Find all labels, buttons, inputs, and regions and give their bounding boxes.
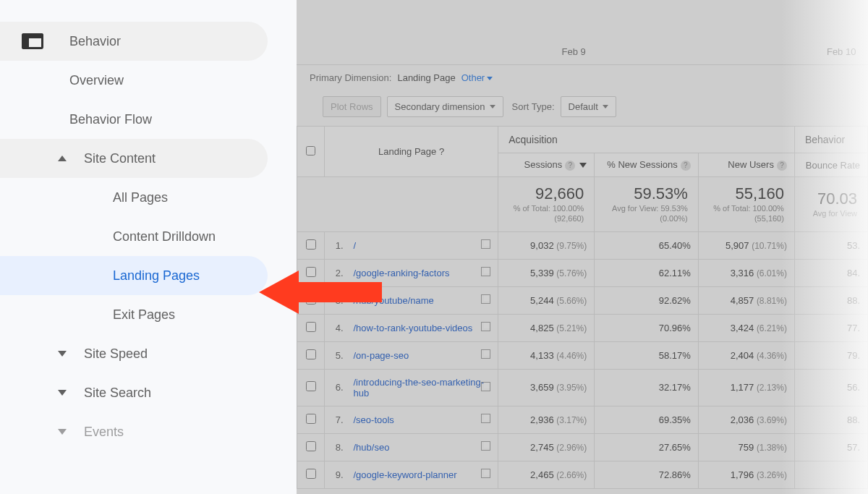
- sidebar-item-landing-pages[interactable]: Landing Pages: [0, 256, 268, 295]
- sidebar-item-label: Site Search: [84, 386, 151, 401]
- row-new-users: 1,796 (3.26%): [698, 461, 794, 488]
- sort-arrow-down-icon: [579, 163, 587, 168]
- sidebar-item-events[interactable]: Events: [0, 412, 268, 451]
- row-path[interactable]: /: [346, 231, 498, 259]
- caret-up-icon: [58, 156, 67, 161]
- external-link-icon[interactable]: [481, 239, 490, 251]
- summary-bounce-rate: 70.03 Avg for View: [794, 177, 867, 232]
- row-new-users: 759 (1.38%): [698, 433, 794, 461]
- row-bounce: 53.: [794, 231, 867, 259]
- row-path[interactable]: /seo-tools: [346, 406, 498, 433]
- row-index: 4.: [325, 314, 346, 341]
- col-new-users[interactable]: New Users?: [698, 153, 794, 177]
- sidebar-item-label: Site Content: [84, 151, 156, 166]
- primary-dimension-value[interactable]: Landing Page: [397, 72, 455, 83]
- row-new-users: 3,424 (6.21%): [698, 314, 794, 341]
- row-new-users: 4,857 (8.81%): [698, 286, 794, 314]
- row-path[interactable]: /hub/seo: [346, 433, 498, 461]
- row-checkbox[interactable]: [306, 349, 316, 359]
- sidebar-item-site-speed[interactable]: Site Speed: [0, 334, 268, 373]
- secondary-dimension-button[interactable]: Secondary dimension: [387, 96, 503, 117]
- row-new-sessions: 70.96%: [595, 314, 699, 341]
- row-path[interactable]: /how-to-rank-youtube-videos: [346, 314, 498, 341]
- row-bounce: 57.: [794, 433, 867, 461]
- table-row: 2./google-ranking-factors5,339 (5.76%)62…: [297, 259, 868, 286]
- data-table: Landing Page ? Acquisition Behavior Sess…: [297, 126, 868, 489]
- summary-sessions: 92,660 % of Total: 100.00% (92,660): [498, 177, 595, 232]
- sidebar-item-label: Site Speed: [84, 346, 148, 362]
- row-index: 9.: [325, 461, 346, 488]
- chart-area: Feb 9 Feb 10: [297, 0, 868, 65]
- chart-date: Feb 10: [827, 46, 856, 57]
- external-link-icon[interactable]: [481, 294, 490, 306]
- col-landing-page[interactable]: Landing Page ?: [325, 127, 498, 177]
- row-new-sessions: 72.86%: [595, 461, 699, 488]
- external-link-icon[interactable]: [481, 267, 490, 278]
- sidebar-item-site-search[interactable]: Site Search: [0, 373, 268, 412]
- sidebar-item-label: Overview: [69, 73, 124, 88]
- external-link-icon[interactable]: [481, 349, 490, 361]
- table-row: 4./how-to-rank-youtube-videos4,825 (5.21…: [297, 314, 868, 341]
- row-path[interactable]: /on-page-seo: [346, 341, 498, 369]
- caret-down-icon: [58, 390, 67, 396]
- row-new-sessions: 69.35%: [595, 406, 699, 433]
- row-bounce: [794, 461, 867, 488]
- summary-new-sessions: 59.53% Avg for View: 59.53% (0.00%): [595, 177, 699, 232]
- chevron-down-icon: [603, 105, 608, 108]
- help-icon[interactable]: ?: [681, 161, 691, 171]
- sidebar-item-content-drilldown[interactable]: Content Drilldown: [0, 217, 268, 256]
- row-sessions: 4,133 (4.46%): [498, 341, 595, 369]
- sidebar-item-behavior-flow[interactable]: Behavior Flow: [0, 100, 268, 139]
- row-path[interactable]: /google-keyword-planner: [346, 461, 498, 488]
- row-checkbox[interactable]: [306, 414, 316, 424]
- external-link-icon[interactable]: [481, 441, 490, 453]
- sidebar-item-exit-pages[interactable]: Exit Pages: [0, 295, 268, 334]
- col-new-sessions[interactable]: % New Sessions?: [595, 153, 699, 177]
- svg-marker-0: [259, 271, 382, 314]
- external-link-icon[interactable]: [481, 469, 490, 480]
- sidebar-item-site-content[interactable]: Site Content: [0, 139, 268, 178]
- col-bounce-rate[interactable]: Bounce Rate: [794, 153, 867, 177]
- table-row: 6./introducing-the-seo-marketing-hub3,65…: [297, 369, 868, 406]
- row-bounce: 77.: [794, 314, 867, 341]
- row-sessions: 2,465 (2.66%): [498, 461, 595, 488]
- row-path[interactable]: /introducing-the-seo-marketing-hub: [346, 369, 498, 406]
- external-link-icon[interactable]: [481, 414, 490, 425]
- select-all-checkbox[interactable]: [306, 146, 315, 156]
- secondary-dimension-label: Secondary dimension: [395, 101, 485, 112]
- help-icon[interactable]: ?: [439, 146, 444, 157]
- row-new-sessions: 27.65%: [595, 433, 699, 461]
- sidebar: Behavior Overview Behavior Flow Site Con…: [0, 0, 297, 494]
- row-checkbox[interactable]: [306, 381, 316, 391]
- row-checkbox[interactable]: [306, 441, 316, 451]
- sidebar-item-all-pages[interactable]: All Pages: [0, 178, 268, 217]
- row-new-sessions: 32.17%: [595, 369, 699, 406]
- table-row: 8./hub/seo2,745 (2.96%)27.65%759 (1.38%)…: [297, 433, 868, 461]
- external-link-icon[interactable]: [481, 382, 490, 393]
- row-sessions: 9,032 (9.75%): [498, 231, 595, 259]
- help-icon[interactable]: ?: [565, 161, 575, 171]
- row-new-users: 2,036 (3.69%): [698, 406, 794, 433]
- external-link-icon[interactable]: [481, 322, 490, 333]
- chevron-down-icon: [490, 105, 495, 108]
- sidebar-item-overview[interactable]: Overview: [0, 61, 268, 100]
- row-checkbox[interactable]: [306, 322, 316, 332]
- plot-rows-button[interactable]: Plot Rows: [323, 96, 381, 117]
- sidebar-item-label: Behavior: [69, 34, 121, 49]
- summary-row: 92,660 % of Total: 100.00% (92,660) 59.5…: [297, 177, 868, 232]
- row-sessions: 2,745 (2.96%): [498, 433, 595, 461]
- help-icon[interactable]: ?: [777, 161, 787, 171]
- primary-dimension-other[interactable]: Other: [461, 72, 493, 83]
- row-checkbox[interactable]: [306, 469, 316, 479]
- annotation-arrow: [259, 271, 382, 314]
- row-checkbox[interactable]: [306, 239, 316, 250]
- sidebar-item-behavior[interactable]: Behavior: [0, 22, 268, 61]
- row-new-sessions: 92.62%: [595, 286, 699, 314]
- sidebar-item-label: Exit Pages: [113, 307, 175, 323]
- row-index: 7.: [325, 406, 346, 433]
- col-sessions[interactable]: Sessions?: [498, 153, 595, 177]
- row-index: 6.: [325, 369, 346, 406]
- table-row: 7./seo-tools2,936 (3.17%)69.35%2,036 (3.…: [297, 406, 868, 433]
- sort-type-button[interactable]: Default: [561, 96, 616, 117]
- row-bounce: 88.: [794, 286, 867, 314]
